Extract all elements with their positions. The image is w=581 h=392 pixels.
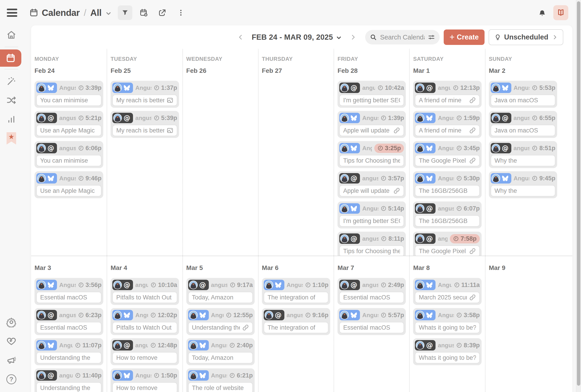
post-card[interactable]: @angus...2:49pEssential macOS bbox=[338, 278, 406, 305]
sidebar-item-ai-assistant[interactable] bbox=[0, 72, 23, 91]
post-card[interactable]: Angus ...3:45pThe Google Pixel 8a bbox=[413, 141, 481, 168]
sidebar-item-saved[interactable]: ★ bbox=[0, 129, 23, 148]
post-card[interactable]: @angus_...8:51pWhy the bbox=[489, 141, 557, 168]
post-card[interactable]: @angus...11:40pUnderstanding the bbox=[34, 369, 103, 392]
post-card[interactable]: @angu...12:48pHow to remove bbox=[110, 338, 179, 365]
page-scrollbar-track[interactable] bbox=[576, 0, 581, 392]
share-button[interactable] bbox=[155, 5, 170, 20]
reading-list-button[interactable] bbox=[553, 5, 568, 20]
post-card[interactable]: Angu...12:02pPitfalls to Watch Out bbox=[110, 308, 179, 335]
breadcrumb-section[interactable]: Calendar bbox=[42, 8, 80, 18]
sidebar-item-announcements[interactable] bbox=[0, 351, 23, 370]
post-card[interactable]: Angus ...9:45pWhy the bbox=[489, 171, 557, 198]
post-card[interactable]: Angus ...5:57pEssential macOS bbox=[338, 308, 406, 335]
post-card[interactable]: @angus...6:06pYou can minimise bbox=[34, 141, 103, 168]
post-card[interactable]: Angu...12:55pUnderstanding the bbox=[186, 308, 255, 335]
avatar bbox=[189, 341, 198, 350]
search-bar[interactable] bbox=[365, 30, 440, 44]
post-card[interactable]: Angus ...5:30pThe 16GB/256GB bbox=[413, 171, 481, 198]
link-icon bbox=[469, 248, 476, 255]
next-week-chevron-icon[interactable] bbox=[348, 32, 358, 42]
post-card[interactable]: Angus ...3:56pEssential macOS bbox=[34, 278, 103, 305]
account-name: Angus ... bbox=[211, 342, 227, 349]
platform-pill bbox=[36, 280, 57, 290]
post-card[interactable]: Angus ...9:46pUse an Apple Magic bbox=[34, 171, 103, 198]
post-card[interactable]: Angus ...5:14pI'm getting better SEO bbox=[338, 201, 406, 228]
post-card[interactable]: Angus ...1:37pMy reach is better bbox=[110, 81, 179, 108]
post-card[interactable]: @angus...10:42aI'm getting better SEO bbox=[338, 81, 406, 108]
page-scrollbar-thumb[interactable] bbox=[577, 1, 580, 386]
sidebar-item-calendar-active[interactable] bbox=[0, 49, 21, 67]
link-icon bbox=[393, 127, 400, 134]
calendar-settings-button[interactable] bbox=[136, 5, 151, 20]
post-card[interactable]: @angus_...9:17aToday, Amazon bbox=[186, 278, 255, 305]
post-time: 3:45p bbox=[456, 145, 480, 152]
platform-pill: @ bbox=[415, 340, 436, 351]
sidebar-item-settings[interactable] bbox=[0, 313, 23, 332]
date-label: Feb 28 bbox=[338, 67, 406, 74]
post-card[interactable]: Angus ...1:59pA friend of mine bbox=[413, 111, 481, 138]
platform-pill: @ bbox=[339, 233, 360, 244]
platform-pill: @ bbox=[36, 310, 57, 320]
prev-week-chevron-icon[interactable] bbox=[235, 32, 246, 42]
image-icon bbox=[166, 97, 174, 104]
post-card[interactable]: @angus_...6:55pJava on macOS bbox=[489, 111, 557, 138]
post-card[interactable]: Angu...11:07pUnderstanding the bbox=[34, 338, 103, 365]
sidebar-item-help[interactable]: ? bbox=[0, 370, 23, 389]
post-text: March 2025 security bbox=[419, 294, 466, 301]
avatar bbox=[340, 311, 349, 319]
post-text: Whats it going to be? bbox=[419, 354, 476, 361]
hamburger-menu-icon[interactable] bbox=[7, 9, 17, 17]
post-card-header: @angu...7:58p bbox=[415, 233, 480, 244]
post-card-header: @angus_...5:21p bbox=[36, 113, 102, 123]
post-card[interactable]: @angus_...5:21pUse an Apple Magic bbox=[34, 111, 103, 138]
kebab-menu-button[interactable] bbox=[174, 5, 188, 20]
post-card[interactable]: Angus ...1:39pApple will update bbox=[338, 111, 406, 138]
post-time-text: 9:16p bbox=[312, 312, 329, 319]
sidebar-item-home[interactable] bbox=[0, 25, 23, 44]
filter-button[interactable] bbox=[118, 5, 132, 20]
post-time: 5:30p bbox=[456, 175, 480, 182]
post-time: 6:23p bbox=[78, 312, 102, 319]
threads-icon: @ bbox=[350, 282, 357, 288]
post-card[interactable]: @angus...5:39pMy reach is better bbox=[110, 111, 179, 138]
breadcrumb-view-selector[interactable]: All bbox=[90, 8, 102, 18]
date-range-selector[interactable]: FEB 24 - MAR 09, 2025 bbox=[252, 33, 342, 41]
post-card[interactable]: @angus_...8:11pTips for Choosing the bbox=[338, 232, 406, 256]
post-card[interactable]: @angus...3:57pApple will update bbox=[338, 171, 406, 198]
post-time: 5:57p bbox=[380, 312, 404, 319]
post-card[interactable]: Angus...11:11aMarch 2025 security bbox=[413, 278, 481, 305]
post-card-header: @angu...12:48p bbox=[112, 340, 177, 351]
platform-pill: @ bbox=[36, 113, 57, 123]
post-card[interactable]: @angus...10:10aPitfalls to Watch Out bbox=[110, 278, 179, 305]
sidebar-item-shuffle[interactable] bbox=[0, 91, 23, 110]
post-card[interactable]: @angus...6:07pThe 16GB/256GB bbox=[413, 201, 481, 228]
post-card[interactable]: @angus...6:23pEssential macOS bbox=[34, 308, 103, 335]
chevron-down-icon[interactable] bbox=[105, 10, 112, 17]
post-card[interactable]: Angus ...5:53pJava on macOS bbox=[489, 81, 557, 108]
post-card[interactable]: Angu...3:25pTips for Choosing the bbox=[338, 141, 406, 168]
search-filters-icon[interactable] bbox=[428, 33, 435, 41]
post-time-text: 12:55p bbox=[233, 312, 253, 319]
post-card[interactable]: @angus...9:16pThe integration of bbox=[262, 308, 330, 335]
post-card[interactable]: @angu...7:58pThe Google Pixel 8a bbox=[413, 232, 481, 256]
unscheduled-button[interactable]: Unscheduled bbox=[489, 29, 563, 45]
avatar bbox=[37, 371, 46, 380]
post-card[interactable]: Angus ...3:58pWhats it going to be? bbox=[413, 308, 481, 335]
threads-icon: @ bbox=[124, 342, 130, 349]
notifications-bell-icon[interactable] bbox=[538, 8, 547, 17]
search-input[interactable] bbox=[380, 33, 425, 41]
post-card-header: Angus ...3:45p bbox=[415, 143, 480, 153]
post-card[interactable]: @angus...12:13pA friend of mine bbox=[413, 81, 481, 108]
create-button[interactable]: + Create bbox=[444, 29, 485, 45]
post-card[interactable]: Angus ...1:50pHow to remove bbox=[110, 369, 179, 392]
account-name: angus... bbox=[438, 342, 454, 349]
post-card[interactable]: Angus ...6:21pThe role of website bbox=[186, 369, 255, 392]
sidebar-item-referral[interactable] bbox=[0, 332, 23, 351]
sidebar-item-analytics[interactable] bbox=[0, 110, 23, 129]
post-card[interactable]: Angus ...1:10pThe integration of bbox=[262, 278, 330, 305]
post-card[interactable]: Angus ...2:40pToday, Amazon bbox=[186, 338, 255, 365]
post-card[interactable]: Angus ...3:39pYou can minimise bbox=[34, 81, 103, 108]
post-card[interactable]: @angus...8:39pWhats it going to be? bbox=[413, 338, 481, 365]
clock-icon bbox=[229, 342, 235, 348]
